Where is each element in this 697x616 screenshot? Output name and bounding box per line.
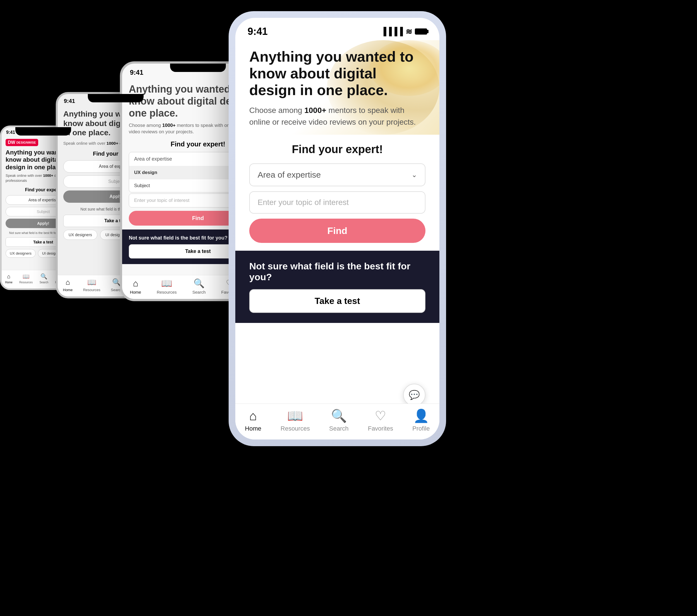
phone1-nav-home[interactable]: ⌂ Home xyxy=(5,273,13,284)
phone4-status-icons: ▐▐▐▐ ≋ xyxy=(381,27,427,36)
phone1-logo: DW DESIGNWISE xyxy=(5,139,38,146)
profile-icon: 👤 xyxy=(413,408,429,423)
phone3-nav-resources[interactable]: 📖 Resources xyxy=(157,278,177,294)
phone1-time: 9:41 xyxy=(6,130,15,135)
phone4-time: 9:41 xyxy=(248,26,268,38)
phone1-logo-text: DESIGNWISE xyxy=(16,141,36,144)
phone4-nav-home[interactable]: ⌂ Home xyxy=(245,408,262,432)
phone2-nav-home[interactable]: ⌂ Home xyxy=(63,278,73,292)
phone4-find-section: Find your expert! Area of expertise ⌄ En… xyxy=(235,135,440,243)
phone4-hero-text: Anything you wanted to know about digita… xyxy=(249,48,426,128)
phone-4-inner: 9:41 ▐▐▐▐ ≋ Anything you wanted to know … xyxy=(235,18,440,439)
favorites-icon: ♡ xyxy=(375,408,386,423)
resources-icon: 📖 xyxy=(23,273,30,280)
phone4-bottom-nav: ⌂ Home 📖 Resources 🔍 Search ♡ Favorites … xyxy=(235,404,440,439)
wifi-icon: ≋ xyxy=(406,27,412,36)
phone4-nav-search[interactable]: 🔍 Search xyxy=(329,408,349,432)
resources-icon: 📖 xyxy=(161,278,172,289)
home-icon: ⌂ xyxy=(133,278,138,289)
phone4-not-sure-title: Not sure what field is the best fit for … xyxy=(249,261,426,282)
search-icon: 🔍 xyxy=(193,278,205,289)
battery-icon xyxy=(415,28,427,34)
phone-4-outer: 9:41 ▐▐▐▐ ≋ Anything you wanted to know … xyxy=(228,11,446,446)
phone4-hero: Anything you wanted to know about digita… xyxy=(235,40,440,135)
phone4-nav-resources[interactable]: 📖 Resources xyxy=(281,408,310,432)
home-icon: ⌂ xyxy=(7,273,11,280)
home-icon: ⌂ xyxy=(65,278,70,287)
phone3-nav-home[interactable]: ⌂ Home xyxy=(130,278,141,294)
phone4-topic-input[interactable]: Enter your topic of interest xyxy=(249,191,426,214)
phone4-subtitle-bold: 1000+ xyxy=(305,106,326,115)
phone4-nav-profile[interactable]: 👤 Profile xyxy=(412,408,430,432)
phone4-hero-title: Anything you wanted to know about digita… xyxy=(249,48,426,99)
chevron-down-icon: ⌄ xyxy=(412,171,417,179)
phone4-status-bar: 9:41 ▐▐▐▐ ≋ xyxy=(235,18,440,40)
phone2-chip-ux[interactable]: UX designers xyxy=(63,230,97,240)
phone1-nav-resources[interactable]: 📖 Resources xyxy=(19,273,33,284)
phone4-not-sure-section: Not sure what field is the best fit for … xyxy=(235,251,440,323)
phone4-nav-favorites[interactable]: ♡ Favorites xyxy=(368,408,393,432)
phone4-area-dropdown[interactable]: Area of expertise ⌄ xyxy=(249,163,426,186)
search-icon: 🔍 xyxy=(41,273,47,280)
phone4-subtitle-prefix: Choose among xyxy=(249,106,305,115)
phone1-logo-dw: DW xyxy=(8,140,15,145)
phone1-nav-search[interactable]: 🔍 Search xyxy=(40,273,48,284)
phone2-nav-resources[interactable]: 📖 Resources xyxy=(83,278,100,292)
home-icon: ⌂ xyxy=(249,408,257,423)
phone4-chat-bubble[interactable]: 💬 xyxy=(403,384,426,406)
resources-icon: 📖 xyxy=(87,278,96,287)
phone4-take-test-button[interactable]: Take a test xyxy=(249,289,426,313)
phone3-time: 9:41 xyxy=(130,69,143,76)
phone4-hero-subtitle: Choose among 1000+ mentors to speak with… xyxy=(249,105,426,128)
phone4-find-button[interactable]: Find xyxy=(249,219,426,243)
phone4-dropdown-label: Area of expertise xyxy=(257,170,321,180)
search-icon: 🔍 xyxy=(331,408,347,423)
phone3-nav-search[interactable]: 🔍 Search xyxy=(192,278,206,294)
resources-icon: 📖 xyxy=(287,408,303,423)
phone4-find-title: Find your expert! xyxy=(249,143,426,156)
phone1-chip-ux[interactable]: UX designers xyxy=(5,249,36,258)
signal-icon: ▐▐▐▐ xyxy=(381,27,403,36)
phone2-time: 9:41 xyxy=(64,98,75,104)
